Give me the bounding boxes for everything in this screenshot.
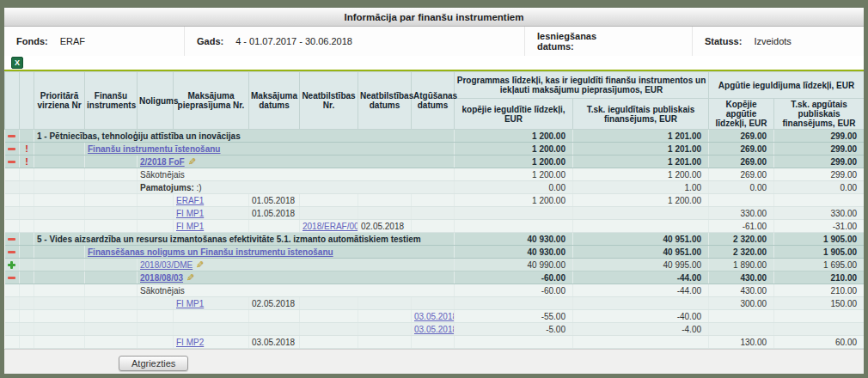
table-row: 5 - Vides aizsardzība un resursu izmanto… bbox=[5, 233, 865, 246]
discrepancy-date bbox=[358, 297, 412, 310]
value-cell: -60.00 bbox=[455, 271, 573, 284]
value-cell: 1 905.00 bbox=[774, 246, 865, 259]
gads-value: 4 - 01.07.2017 - 30.06.2018 bbox=[235, 36, 352, 46]
value-cell: 330.00 bbox=[709, 207, 774, 220]
collapse-icon[interactable] bbox=[8, 238, 15, 241]
value-cell: 210.00 bbox=[774, 271, 865, 284]
value-cell: 430.00 bbox=[709, 271, 774, 284]
value-cell bbox=[774, 194, 865, 207]
col-kopejie-ieguldities: kopējie ieguldītie līdzekļi, EUR bbox=[455, 99, 573, 130]
expand-icon[interactable] bbox=[8, 261, 15, 269]
collapse-icon[interactable] bbox=[8, 148, 15, 150]
row-link[interactable]: 2018/03/DME bbox=[140, 260, 193, 270]
row-label: 5 - Vides aizsardzība un resursu izmanto… bbox=[37, 235, 421, 244]
value-cell: 330.00 bbox=[774, 207, 865, 220]
value-cell: 1 200.00 bbox=[455, 168, 573, 181]
warning-icon: ! bbox=[20, 156, 34, 167]
value-cell: -61.00 bbox=[709, 220, 774, 233]
value-cell: 269.00 bbox=[709, 155, 774, 168]
row-label: Sākotnējais bbox=[140, 286, 185, 296]
table-row: FI MP101.05.2018330.00330.00 bbox=[5, 207, 865, 220]
value-cell: -31.00 bbox=[774, 220, 865, 233]
col-atgusanas-datums: Atgūšanas datums bbox=[412, 72, 455, 130]
table-row: !2/2018 FoF✎1 200.001 201.00269.00299.00 bbox=[5, 155, 865, 168]
finance-instruments-table: Prioritārā virziena Nr Finanšu instrumen… bbox=[4, 71, 865, 349]
discrepancy-date bbox=[358, 336, 412, 349]
value-cell bbox=[709, 310, 774, 323]
value-cell: 0.00 bbox=[455, 181, 573, 194]
app-window: Informācija par finanšu instrumentiem Fo… bbox=[0, 0, 868, 378]
value-cell: -44.00 bbox=[573, 271, 709, 284]
row-label: Pamatojums: bbox=[140, 183, 194, 192]
value-cell: -55.00 bbox=[455, 310, 573, 323]
recovery-date-link[interactable]: 03.05.2018 bbox=[414, 312, 455, 321]
table-row: Sākotnējais1 200.001 200.00269.00299.00 bbox=[5, 168, 865, 181]
table-row: 2018/08/03✎-60.00-44.00430.00210.00 bbox=[5, 271, 865, 284]
value-cell: -4.00 bbox=[573, 323, 709, 336]
edit-pencil-icon[interactable]: ✎ bbox=[188, 156, 196, 168]
table-row: 03.05.2018-55.00-40.00 bbox=[5, 310, 865, 323]
value-cell: -60.00 bbox=[455, 284, 573, 297]
value-cell bbox=[455, 220, 573, 233]
collapse-icon[interactable] bbox=[8, 277, 15, 279]
back-button[interactable]: Atgriezties bbox=[119, 356, 188, 371]
collapse-icon[interactable] bbox=[8, 251, 15, 253]
collapse-icon[interactable] bbox=[8, 135, 15, 137]
row-link[interactable]: 2/2018 FoF bbox=[140, 157, 185, 167]
value-cell bbox=[455, 207, 573, 220]
footer-bar: Atgriezties bbox=[4, 349, 864, 374]
col-maksajuma-nr: Maksājuma pieprasījuma Nr. bbox=[174, 72, 249, 130]
value-cell: 2 320.00 bbox=[709, 233, 774, 246]
edit-pencil-icon[interactable]: ✎ bbox=[186, 272, 194, 284]
value-cell: 1 200.00 bbox=[573, 194, 709, 207]
col-tsk-ieguldītais: T.sk. ieguldītais publiskais finansējums… bbox=[573, 99, 709, 130]
table-row: 1 - Pētniecības, tehnoloģiju attīstība u… bbox=[5, 130, 865, 143]
collapse-icon[interactable] bbox=[8, 161, 15, 163]
payment-request-link[interactable]: FI MP1 bbox=[176, 222, 204, 231]
payment-request-link[interactable]: FI MP1 bbox=[176, 299, 204, 308]
value-cell: 40 951.00 bbox=[573, 233, 709, 246]
value-cell: 269.00 bbox=[709, 168, 774, 181]
row-link[interactable]: 2018/08/03 bbox=[140, 273, 183, 283]
value-cell: 210.00 bbox=[774, 284, 865, 297]
payment-date bbox=[249, 310, 300, 323]
payment-request-link[interactable]: FI MP1 bbox=[176, 209, 204, 218]
value-cell: 1 201.00 bbox=[573, 130, 709, 143]
value-cell bbox=[573, 220, 709, 233]
table-body: 1 - Pētniecības, tehnoloģiju attīstība u… bbox=[5, 130, 865, 349]
table-row: FI MP102.05.2018300.00150.00 bbox=[5, 297, 865, 310]
value-cell bbox=[573, 207, 709, 220]
value-cell: 40 930.00 bbox=[455, 246, 573, 259]
discrepancy-link[interactable]: 2018/ERAF/0011 bbox=[303, 222, 358, 231]
value-cell: 1 200.00 bbox=[455, 143, 573, 155]
value-cell: 1 200.00 bbox=[573, 168, 709, 181]
payment-date: 03.05.2018 bbox=[249, 336, 300, 349]
col-finansu-instruments: Finanšu instruments bbox=[85, 72, 138, 130]
table-row: Finansēšanas noligums un Finanšu instrum… bbox=[5, 246, 865, 259]
row-link[interactable]: Finansēšanas noligums un Finanšu instrum… bbox=[88, 247, 333, 257]
info-fonds: Fonds: ERAF bbox=[4, 27, 185, 56]
value-cell: 0.00 bbox=[709, 181, 774, 194]
row-label-extra: :) bbox=[194, 183, 202, 192]
payment-request-link[interactable]: FI MP2 bbox=[176, 338, 204, 347]
value-cell: 299.00 bbox=[774, 155, 865, 168]
col-prioritara: Prioritārā virziena Nr bbox=[34, 72, 85, 130]
col-neatbilstibas-datums: Neatbilstības datums bbox=[358, 72, 412, 130]
page-title: Informācija par finanšu instrumentiem bbox=[345, 12, 524, 22]
recovery-date-link[interactable]: 03.05.2018 bbox=[414, 325, 455, 334]
table-row: !Finanšu instrumentu īstenošanu1 200.001… bbox=[5, 143, 865, 155]
row-link[interactable]: Finanšu instrumentu īstenošanu bbox=[88, 144, 220, 154]
table-row: ERAF101.05.20181 200.001 200.00 bbox=[5, 194, 865, 207]
value-cell bbox=[573, 336, 709, 349]
value-cell: 430.00 bbox=[709, 284, 774, 297]
excel-export-icon[interactable]: X bbox=[11, 57, 23, 69]
page-title-bar: Informācija par finanšu instrumentiem bbox=[4, 8, 864, 27]
col-neatbilstibas-nr: Neatbilstības Nr. bbox=[300, 72, 358, 130]
value-cell: 40 930.00 bbox=[455, 233, 573, 246]
payment-request-link[interactable]: ERAF1 bbox=[176, 196, 204, 205]
info-statuss: Statuss: Izveidots bbox=[693, 27, 864, 56]
discrepancy-date bbox=[358, 207, 412, 220]
fonds-label: Fonds: bbox=[16, 36, 48, 46]
edit-pencil-icon[interactable]: ✎ bbox=[196, 259, 204, 271]
payment-date: 01.05.2018 bbox=[249, 194, 300, 207]
